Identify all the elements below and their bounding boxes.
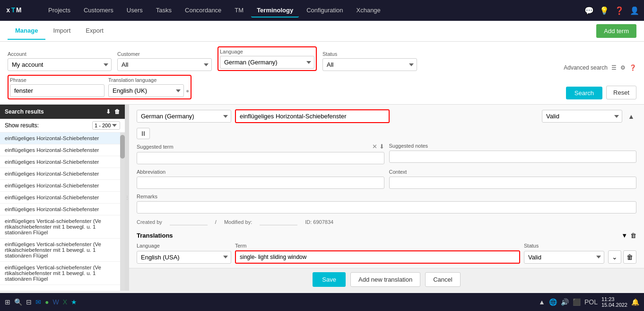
suggested-notes-input[interactable] [389,151,637,163]
nav-users[interactable]: Users [121,4,148,18]
close-suggested-icon[interactable]: ✕ [372,143,377,150]
context-group: Context [389,169,637,189]
search-button[interactable]: Search [566,87,602,99]
result-item[interactable]: einflügeliges Horizontal-Schiebefenster [0,168,120,180]
help-icon[interactable]: ❓ [615,6,624,15]
pause-icon[interactable]: ⏸ [137,128,150,139]
result-item[interactable]: einflügeliges Horizontal-Schiebefenster [0,133,120,144]
term-value-input[interactable] [235,109,390,123]
add-translation-button[interactable]: Add new translation [350,272,420,287]
save-button[interactable]: Save [313,272,346,287]
status-select[interactable]: All Valid Invalid [322,58,417,71]
account-select[interactable]: My account [8,58,112,71]
language-select[interactable]: German (Germany) English (UK) English (U… [220,56,314,69]
translations-header: Translations ▼ 🗑 [137,232,636,239]
suggested-term-input[interactable] [137,152,384,164]
result-item[interactable]: einflügeliges Horizontal-Schiebefenster [0,144,120,156]
result-item[interactable]: einflügeliges Horizontal-Schiebefenster [0,204,120,215]
nav-concordance[interactable]: Concordance [179,4,227,18]
remarks-group: Remarks [137,194,636,213]
settings-icon[interactable]: ⚙ [620,64,626,71]
main-content: Search results ⬇ 🗑 Show results: 1 - 200… [0,105,644,291]
reset-button[interactable]: Reset [606,86,636,99]
sub-nav-tabs: Manage Import Export [8,22,111,40]
nav-tm[interactable]: TM [229,4,249,18]
svg-text:M: M [16,7,21,14]
right-panel: German (Germany) English (UK) Valid Inva… [129,105,644,268]
term-language-select[interactable]: German (Germany) English (UK) [137,110,231,123]
abbreviation-input[interactable] [137,177,384,189]
toggle-icon[interactable]: ● [186,88,189,94]
customer-select[interactable]: All [117,58,212,71]
nav-configuration[interactable]: Configuration [301,4,348,18]
app-logo[interactable]: x T M [5,3,33,18]
context-label: Context [389,169,637,175]
add-term-button[interactable]: Add term [596,24,636,38]
translations-title: Translations [137,232,173,239]
modified-by-label: Modified by: [224,219,252,225]
translation-term-input[interactable] [235,250,520,264]
id-value: ID: 6907834 [305,219,333,225]
panel-separator[interactable]: ⋮ [125,105,129,291]
user-avatar[interactable]: 👤 [630,6,639,15]
phrase-filter-group: Phrase Translation language English (UK)… [8,75,191,99]
help-circle-icon[interactable]: ❓ [629,64,636,71]
translation-language-select[interactable]: English (USA) English (UK) German (Germa… [137,251,231,264]
nav-right-icons: 💬 💡 ❓ 👤 [584,6,639,15]
chat-icon[interactable]: 💬 [584,6,594,15]
abbreviation-label: Abbreviation [137,169,384,175]
tab-export[interactable]: Export [78,22,111,40]
term-detail-row: German (Germany) English (UK) Valid Inva… [137,109,636,123]
scroll-thumb [120,135,125,159]
delete-icon[interactable]: 🗑 [114,108,120,115]
result-item[interactable]: einflügeliges Vertical-schiebefenster (V… [0,262,120,285]
delete-translation-button[interactable]: 🗑 [623,250,636,264]
nav-projects[interactable]: Projects [43,4,76,18]
context-input[interactable] [389,177,637,189]
results-list: einflügeliges Horizontal-Schiebefenster … [0,133,120,291]
result-item[interactable]: einflügeliges Vertical-schiebefenster (V… [0,215,120,239]
cancel-button[interactable]: Cancel [425,272,460,287]
collapse-translations-icon[interactable]: ▼ [621,232,627,239]
results-scrollbar[interactable] [120,133,125,291]
suggested-notes-label: Suggested notes [389,143,637,149]
delete-translations-icon[interactable]: 🗑 [630,232,636,239]
term-status-select[interactable]: Valid Invalid Forbidden [542,110,622,123]
nav-customers[interactable]: Customers [78,4,119,18]
download-icon[interactable]: ⬇ [106,108,111,115]
phrase-group: Phrase [10,77,104,97]
list-icon[interactable]: ☰ [611,64,617,71]
language-col-header: Language [137,243,231,249]
term-action-icons: ⏸ [137,128,636,139]
translation-status-select[interactable]: Valid Invalid [524,251,604,264]
nav-xchange[interactable]: Xchange [351,4,386,18]
show-results-select[interactable]: 1 - 200 1 - 100 1 - 50 [92,121,120,130]
add-suggested-icon[interactable]: ⬇ [379,143,384,150]
result-item[interactable]: einflügeliges Vertical-schiebefenster (V… [0,239,120,262]
status-col-header: Status [524,243,604,249]
translation-language-group: Translation language English (UK) Englis… [108,77,189,97]
customer-label: Customer [117,51,212,57]
results-title: Search results [5,108,44,115]
account-label: Account [8,51,112,57]
nav-tasks[interactable]: Tasks [150,4,177,18]
lightbulb-icon[interactable]: 💡 [600,6,609,15]
abbreviation-group: Abbreviation [137,169,384,189]
results-header-actions: ⬇ 🗑 [106,108,120,115]
tab-manage[interactable]: Manage [8,22,45,40]
remarks-input[interactable] [137,201,636,213]
svg-text:x: x [6,7,10,14]
translation-language-select[interactable]: English (UK) English (USA) German (Germa… [108,84,184,97]
result-item[interactable]: einflügeliges Horizontal-Schiebefenster [0,180,120,192]
expand-translation-button[interactable]: ⌄ [608,250,621,264]
remarks-label: Remarks [137,194,636,199]
nav-terminology[interactable]: Terminology [251,4,299,18]
result-item[interactable]: einflügeliges Horizontal-Schiebefenster [0,192,120,204]
filter-row-2: Phrase Translation language English (UK)… [8,75,636,99]
collapse-button[interactable]: ▲ [626,111,636,122]
tab-import[interactable]: Import [45,22,78,40]
translation-row: English (USA) English (UK) German (Germa… [137,250,636,264]
phrase-input[interactable] [10,84,104,97]
meta-separator: / [215,219,217,225]
result-item[interactable]: einflügeliges Horizontal-Schiebefenster [0,156,120,168]
